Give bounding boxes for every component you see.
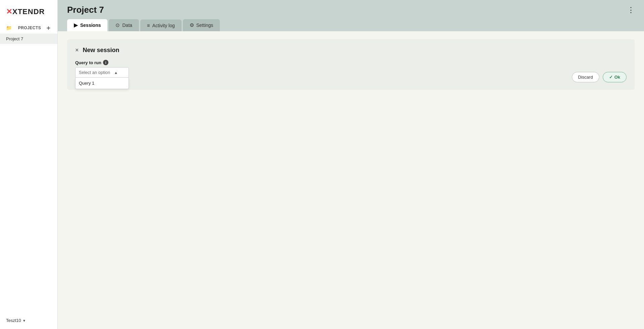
tab-settings[interactable]: ⚙ Settings: [183, 19, 220, 31]
projects-label: PROJECTS: [18, 26, 41, 30]
logo-x: ✕: [6, 7, 12, 16]
content-area: × New session Query to run i Select an o…: [58, 31, 644, 329]
user-menu[interactable]: Teszt10 ▾: [0, 312, 57, 329]
chevron-down-icon: ▾: [23, 318, 25, 323]
sidebar-item-project7[interactable]: Project 7: [0, 34, 57, 44]
dropdown-option-query1[interactable]: Query 1: [76, 78, 129, 89]
more-options-icon[interactable]: ⋮: [627, 6, 635, 14]
activity-log-icon: ≡: [147, 23, 150, 28]
sidebar: ✕XTENDR 📁 PROJECTS ＋ Project 7 Teszt10 ▾: [0, 0, 58, 329]
project-item-label: Project 7: [6, 36, 23, 41]
query-dropdown[interactable]: Select an option ▲ Query 1: [75, 67, 129, 78]
sessions-icon: ▶: [74, 22, 78, 28]
query-form-group: Query to run i Select an option ▲ Query …: [75, 60, 627, 78]
tab-sessions-label: Sessions: [80, 23, 101, 28]
chevron-up-icon: ▲: [114, 71, 118, 75]
tab-settings-label: Settings: [196, 23, 213, 28]
tab-data-label: Data: [122, 23, 132, 28]
tab-sessions[interactable]: ▶ Sessions: [67, 19, 107, 31]
folder-icon: 📁: [6, 25, 12, 31]
dropdown-menu: Query 1: [75, 78, 129, 89]
discard-button[interactable]: Discard: [572, 72, 599, 82]
check-icon: ✓: [609, 75, 613, 80]
logo-text: ✕XTENDR: [6, 7, 45, 16]
projects-header: 📁 PROJECTS ＋: [0, 22, 57, 34]
query-label-text: Query to run: [75, 60, 101, 65]
new-session-header: × New session: [75, 47, 627, 54]
dropdown-selected-value[interactable]: Select an option ▲: [75, 67, 129, 78]
new-session-card: × New session Query to run i Select an o…: [67, 39, 635, 90]
new-session-title: New session: [83, 47, 119, 54]
tab-data[interactable]: ⊙ Data: [109, 19, 139, 31]
tab-activity-log[interactable]: ≡ Activity log: [140, 19, 182, 31]
dropdown-option-query1-label: Query 1: [79, 81, 94, 86]
header-top: Project 7 ⋮: [67, 5, 635, 19]
add-project-button[interactable]: ＋: [45, 25, 52, 31]
main-content: Project 7 ⋮ ▶ Sessions ⊙ Data ≡ Activity…: [58, 0, 644, 329]
page-title: Project 7: [67, 5, 104, 15]
tab-activity-log-label: Activity log: [152, 23, 175, 28]
logo: ✕XTENDR: [0, 0, 57, 22]
ok-button[interactable]: ✓ Ok: [603, 72, 627, 82]
dropdown-placeholder: Select an option: [79, 70, 110, 75]
query-label: Query to run i: [75, 60, 627, 65]
header: Project 7 ⋮ ▶ Sessions ⊙ Data ≡ Activity…: [58, 0, 644, 31]
tab-bar: ▶ Sessions ⊙ Data ≡ Activity log ⚙ Setti…: [67, 19, 635, 31]
settings-icon: ⚙: [190, 22, 194, 28]
info-icon: i: [103, 60, 108, 65]
logo-tendr: XTENDR: [12, 7, 45, 16]
card-actions: Discard ✓ Ok: [572, 72, 627, 82]
ok-label: Ok: [614, 75, 620, 80]
user-label: Teszt10: [6, 318, 21, 323]
close-button[interactable]: ×: [75, 47, 79, 54]
data-icon: ⊙: [115, 22, 120, 28]
